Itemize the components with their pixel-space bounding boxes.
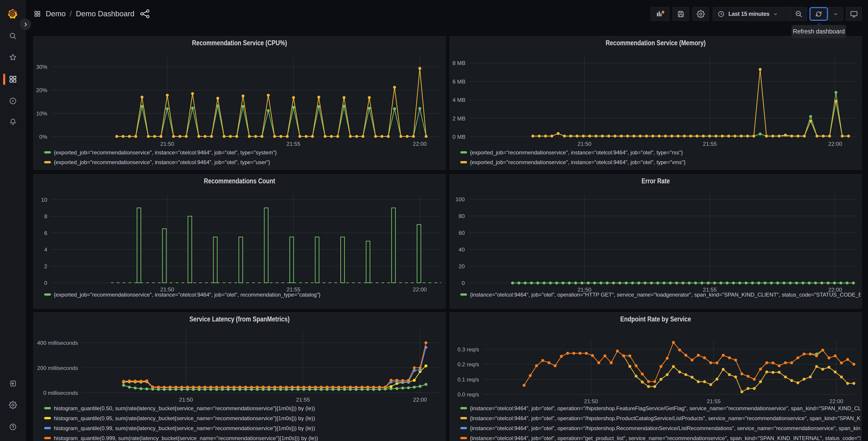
svg-text:{exported_job="recommendations: {exported_job="recommendationservice", i… xyxy=(54,149,277,155)
svg-text:Recommendations Count: Recommendations Count xyxy=(204,177,275,185)
svg-text:4 MB: 4 MB xyxy=(453,97,465,103)
svg-text:21:50: 21:50 xyxy=(578,141,591,147)
svg-text:20: 20 xyxy=(459,263,465,269)
svg-text:22:00: 22:00 xyxy=(413,396,427,403)
svg-text:8 MB: 8 MB xyxy=(453,60,465,66)
svg-text:80: 80 xyxy=(459,213,465,219)
svg-text:10: 10 xyxy=(41,197,47,203)
svg-text:21:55: 21:55 xyxy=(296,396,310,403)
svg-text:2: 2 xyxy=(44,263,47,269)
svg-text:{exported_job="recommendations: {exported_job="recommendationservice", i… xyxy=(54,159,270,165)
svg-text:20%: 20% xyxy=(36,87,47,93)
svg-text:{instance="otelcol:9464", job=: {instance="otelcol:9464", job="otel", op… xyxy=(470,435,868,441)
svg-text:0 MB: 0 MB xyxy=(453,134,465,140)
svg-text:{instance="otelcol:9464", job=: {instance="otelcol:9464", job="otel", op… xyxy=(470,425,868,431)
svg-text:Recommendation Service (CPU%): Recommendation Service (CPU%) xyxy=(192,39,287,47)
svg-text:10%: 10% xyxy=(36,111,47,117)
svg-text:histogram_quantile(0.50, sum(r: histogram_quantile(0.50, sum(rate(latenc… xyxy=(54,405,315,411)
svg-text:histogram_quantile(0.95, sum(r: histogram_quantile(0.95, sum(rate(latenc… xyxy=(54,415,315,421)
svg-text:40: 40 xyxy=(459,246,465,253)
svg-text:0.2 req/s: 0.2 req/s xyxy=(458,361,479,368)
svg-text:8: 8 xyxy=(44,213,47,219)
svg-text:21:50: 21:50 xyxy=(179,396,193,403)
svg-text:Service Latency (from SpanMetr: Service Latency (from SpanMetrics) xyxy=(189,315,290,323)
svg-text:21:55: 21:55 xyxy=(707,398,720,404)
svg-text:6: 6 xyxy=(44,230,47,236)
svg-text:22:00: 22:00 xyxy=(413,286,427,293)
svg-text:2 MB: 2 MB xyxy=(453,115,465,122)
svg-text:21:50: 21:50 xyxy=(160,141,174,147)
svg-text:Endpoint Rate by Service: Endpoint Rate by Service xyxy=(620,315,691,323)
svg-text:{exported_job="recommendations: {exported_job="recommendationservice", i… xyxy=(54,292,320,298)
svg-text:histogram_quantile(0.99, sum(r: histogram_quantile(0.99, sum(rate(latenc… xyxy=(54,425,315,431)
svg-text:{exported_job="recommendations: {exported_job="recommendationservice", i… xyxy=(470,149,683,155)
svg-text:0: 0 xyxy=(44,280,47,286)
svg-text:200 milliseconds: 200 milliseconds xyxy=(37,365,78,371)
svg-text:21:55: 21:55 xyxy=(286,141,300,147)
svg-text:6 MB: 6 MB xyxy=(453,79,465,85)
svg-text:0.1 req/s: 0.1 req/s xyxy=(458,377,479,383)
svg-text:Recommendation Service (Memory: Recommendation Service (Memory) xyxy=(606,39,706,47)
svg-text:{instance="otelcol:9464", job=: {instance="otelcol:9464", job="otel", op… xyxy=(470,292,868,298)
svg-text:0: 0 xyxy=(462,280,465,286)
svg-text:60: 60 xyxy=(459,230,465,236)
svg-text:{instance="otelcol:9464", job=: {instance="otelcol:9464", job="otel", op… xyxy=(470,405,868,411)
svg-text:0.0 req/s: 0.0 req/s xyxy=(458,391,479,398)
svg-text:histogram_quantile(0.999, sum(: histogram_quantile(0.999, sum(rate(laten… xyxy=(54,435,318,441)
svg-text:22:00: 22:00 xyxy=(413,141,427,147)
svg-text:Error Rate: Error Rate xyxy=(642,177,670,185)
svg-text:22:00: 22:00 xyxy=(829,398,843,404)
svg-text:4: 4 xyxy=(44,246,47,253)
svg-text:0 milliseconds: 0 milliseconds xyxy=(43,390,78,396)
svg-text:0%: 0% xyxy=(39,134,47,140)
svg-text:21:50: 21:50 xyxy=(584,398,598,404)
svg-text:100: 100 xyxy=(456,196,465,202)
svg-text:22:00: 22:00 xyxy=(828,141,842,147)
svg-text:21:55: 21:55 xyxy=(703,141,717,147)
svg-text:400 milliseconds: 400 milliseconds xyxy=(37,340,78,346)
svg-text:{exported_job="recommendations: {exported_job="recommendationservice", i… xyxy=(470,159,686,165)
svg-text:{instance="otelcol:9464", job=: {instance="otelcol:9464", job="otel", op… xyxy=(470,415,868,421)
svg-text:0.3 req/s: 0.3 req/s xyxy=(458,346,479,352)
svg-text:30%: 30% xyxy=(36,64,47,70)
